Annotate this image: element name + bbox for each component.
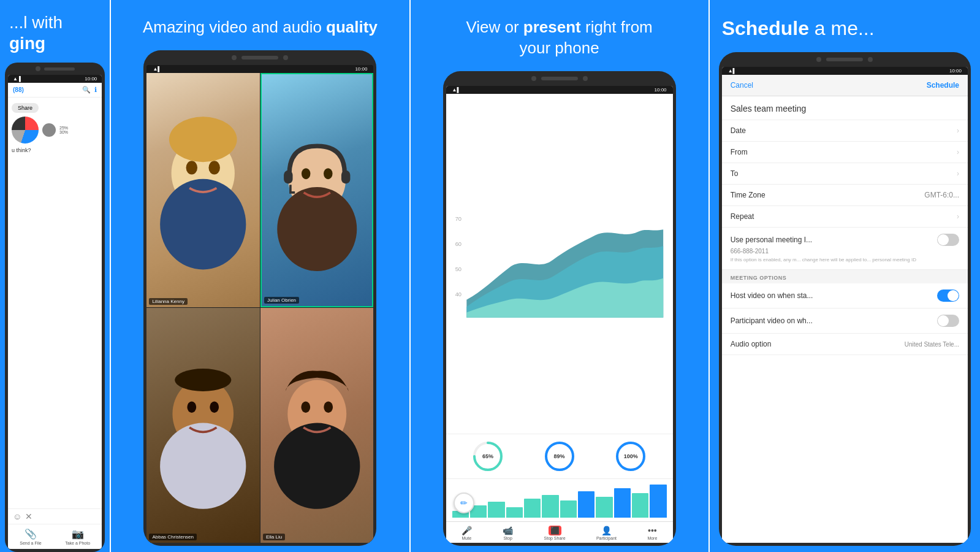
metric-3: 100% <box>615 440 647 472</box>
date-row[interactable]: Date › <box>722 120 968 142</box>
participant-video-row[interactable]: Participant video on wh... <box>722 309 968 334</box>
signal-icon-4: ▲▌ <box>728 68 737 74</box>
svg-point-17 <box>274 423 360 509</box>
meeting-title-field[interactable]: Sales team meeting <box>722 96 968 120</box>
send-file-button[interactable]: 📎 Send a File <box>20 528 41 545</box>
metric-1-value: 65% <box>482 453 493 459</box>
repeat-value: › <box>957 212 959 221</box>
svg-point-13 <box>188 402 197 413</box>
to-value: › <box>957 169 959 178</box>
personal-meeting-toggle[interactable] <box>937 234 959 246</box>
panel-chat: ...l with ging ▲▌ 10:00 (88) 🔍 ℹ <box>0 0 110 552</box>
svg-point-14 <box>210 402 219 413</box>
meeting-id-number: 666-888-2011 <box>731 248 959 255</box>
bottom-nav: 🎤 Mute 📹 Stop ⬛ Stop Share 👤 Participant… <box>446 521 673 543</box>
metric-3-value: 100% <box>624 453 638 459</box>
cancel-button[interactable]: Cancel <box>731 81 753 90</box>
svg-text:60: 60 <box>455 241 461 247</box>
status-time: 10:00 <box>85 76 97 82</box>
participant-video-label: Participant video on wh... <box>731 316 813 325</box>
pie-chart <box>12 117 39 144</box>
repeat-row[interactable]: Repeat › <box>722 206 968 228</box>
panel1-title-line1: ...l with <box>9 12 101 33</box>
meeting-options-header: MEETING OPTIONS <box>722 270 968 283</box>
edit-fab[interactable]: ✏ <box>454 493 474 513</box>
host-video-label: Host video on when sta... <box>731 291 813 300</box>
video-cell-3: Abbas Christensen <box>146 308 260 543</box>
svg-point-19 <box>324 402 333 413</box>
meeting-id-description: If this option is enabled, any m... chan… <box>731 256 959 263</box>
nav-mute[interactable]: 🎤 Mute <box>462 526 472 540</box>
panel3-title: View or present right fromyour phone <box>466 17 652 59</box>
schedule-screen: ▲▌ 10:00 Cancel Schedule Sales team meet… <box>722 67 968 543</box>
participant-video-toggle[interactable] <box>937 315 959 327</box>
video-cell-2: Julian Obrien <box>260 73 374 308</box>
personal-meeting-section: Use personal meeting I... 666-888-2011 I… <box>722 228 968 270</box>
to-row[interactable]: To › <box>722 163 968 185</box>
svg-point-8 <box>324 168 332 179</box>
bar-chart <box>446 478 673 521</box>
video-cell-1: Lilianna Kenny <box>146 73 260 308</box>
participant-3-name: Abbas Christensen <box>149 534 197 540</box>
signal-wifi-icon: ▲▌ <box>13 76 23 82</box>
audio-option-label: Audio option <box>731 340 772 348</box>
svg-rect-10 <box>341 171 350 184</box>
panel-schedule: Schedule a me... ▲▌ 10:00 Cancel Schedul… <box>710 0 980 552</box>
svg-point-3 <box>209 161 220 174</box>
svg-rect-9 <box>284 171 292 184</box>
schedule-header: Cancel Schedule <box>722 75 968 96</box>
svg-point-7 <box>302 168 310 179</box>
phone1-status-bar: ▲▌ 10:00 <box>8 75 102 83</box>
chat-title: (88) <box>13 86 24 93</box>
timezone-label: Time Zone <box>731 191 765 199</box>
panel1-title-line2: ging <box>9 33 101 54</box>
emoji-icon[interactable]: ☺ <box>13 512 21 521</box>
phone3-status-bar: ▲▌ 10:00 <box>446 86 673 94</box>
phone-mockup-3: ▲▌ 10:00 70 60 50 40 <box>443 71 676 546</box>
info-icon[interactable]: ℹ <box>94 86 97 94</box>
svg-point-12 <box>161 423 246 509</box>
chat-question: u think? <box>12 147 98 153</box>
from-value: › <box>957 148 959 156</box>
phone-mockup-2: ▲▌ 10:00 Lilianna Ken <box>143 50 376 546</box>
host-video-toggle[interactable] <box>937 289 959 302</box>
audio-option-row[interactable]: Audio option United States Tele... <box>722 334 968 355</box>
svg-text:50: 50 <box>455 266 461 272</box>
repeat-label: Repeat <box>731 212 754 221</box>
host-video-row[interactable]: Host video on when sta... <box>722 283 968 309</box>
take-photo-button[interactable]: 📷 Take a Photo <box>65 528 90 545</box>
nav-participant[interactable]: 👤 Participant <box>596 526 617 540</box>
panel-video: Amazing video and audio quality ▲▌ 10:00 <box>111 0 409 552</box>
svg-text:40: 40 <box>455 291 461 297</box>
share-button[interactable]: Share <box>12 103 39 113</box>
from-row[interactable]: From › <box>722 142 968 163</box>
svg-point-4 <box>169 117 237 162</box>
to-label: To <box>731 169 739 178</box>
date-value: › <box>957 126 959 135</box>
schedule-form: Sales team meeting Date › From › To › <box>722 96 968 543</box>
signal-icon-3: ▲▌ <box>452 87 461 93</box>
svg-text:70: 70 <box>455 216 461 222</box>
participant-1-name: Lilianna Kenny <box>149 298 187 305</box>
metric-2-value: 89% <box>554 453 565 459</box>
phone-mockup-4: ▲▌ 10:00 Cancel Schedule Sales team meet… <box>719 52 971 546</box>
nav-stop-share[interactable]: ⬛ Stop Share <box>544 526 566 540</box>
search-icon[interactable]: 🔍 <box>82 86 91 94</box>
time-2: 10:00 <box>355 66 367 72</box>
metric-2: 89% <box>544 440 575 472</box>
time-4: 10:00 <box>949 68 962 74</box>
avatar-small <box>42 123 56 137</box>
audio-option-value: United States Tele... <box>905 341 959 348</box>
close-icon[interactable]: ✕ <box>25 512 32 521</box>
metrics-row: 65% 89% <box>446 434 673 478</box>
nav-stop-video[interactable]: 📹 Stop <box>503 526 513 540</box>
panel1-header: ...l with ging <box>0 0 110 63</box>
phone2-status-bar: ▲▌ 10:00 <box>146 65 373 73</box>
timezone-row[interactable]: Time Zone GMT-6:0... <box>722 185 968 206</box>
signal-icon-2: ▲▌ <box>153 66 161 72</box>
participant-4-name: Ella Liu <box>263 534 285 540</box>
nav-more[interactable]: ••• More <box>647 526 657 540</box>
schedule-confirm-button[interactable]: Schedule <box>927 81 959 90</box>
phone-mockup-1: ▲▌ 10:00 (88) 🔍 ℹ Share <box>5 63 105 552</box>
panel4-title: Schedule a me... <box>722 17 968 40</box>
